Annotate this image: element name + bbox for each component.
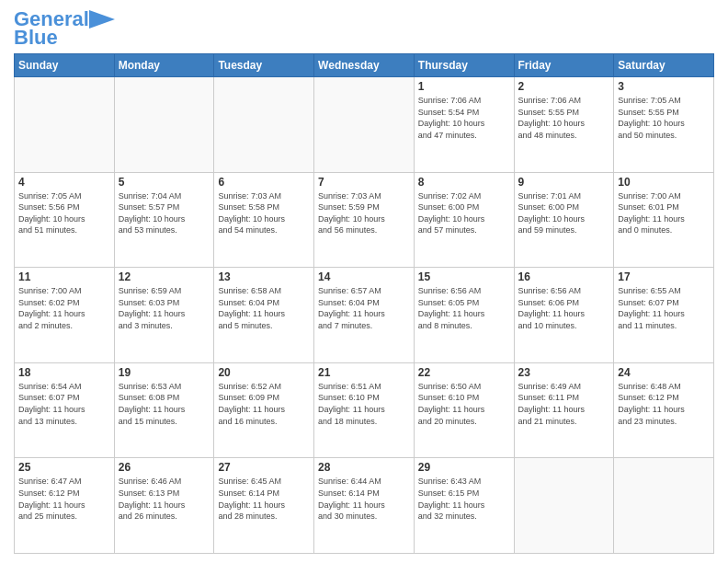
calendar-cell [114,77,214,173]
day-number: 25 [18,461,110,474]
day-number: 1 [418,80,510,93]
day-info: Sunrise: 7:06 AM Sunset: 5:55 PM Dayligh… [518,95,610,141]
calendar-cell: 19Sunrise: 6:53 AM Sunset: 6:08 PM Dayli… [114,362,214,458]
day-number: 5 [119,176,210,189]
calendar-week-row: 18Sunrise: 6:54 AM Sunset: 6:07 PM Dayli… [15,362,714,458]
calendar-cell: 25Sunrise: 6:47 AM Sunset: 6:12 PM Dayli… [15,458,115,554]
calendar-cell: 7Sunrise: 7:03 AM Sunset: 5:59 PM Daylig… [314,172,415,268]
svg-marker-0 [89,10,115,29]
calendar-cell: 6Sunrise: 7:03 AM Sunset: 5:58 PM Daylig… [214,172,314,268]
day-info: Sunrise: 6:46 AM Sunset: 6:13 PM Dayligh… [119,476,210,522]
day-info: Sunrise: 7:03 AM Sunset: 5:58 PM Dayligh… [218,190,310,236]
day-number: 16 [518,270,610,283]
day-info: Sunrise: 6:45 AM Sunset: 6:14 PM Dayligh… [218,476,310,522]
day-number: 10 [618,176,710,189]
day-number: 21 [318,366,410,379]
day-number: 2 [518,80,610,93]
calendar-week-row: 25Sunrise: 6:47 AM Sunset: 6:12 PM Dayli… [15,458,714,554]
day-info: Sunrise: 7:00 AM Sunset: 6:01 PM Dayligh… [618,190,710,236]
calendar-cell [514,458,614,554]
day-info: Sunrise: 7:05 AM Sunset: 5:55 PM Dayligh… [618,95,710,141]
day-number: 17 [618,270,710,283]
day-info: Sunrise: 6:52 AM Sunset: 6:09 PM Dayligh… [218,381,310,427]
calendar-cell: 8Sunrise: 7:02 AM Sunset: 6:00 PM Daylig… [414,172,514,268]
day-number: 11 [18,270,110,283]
calendar-cell: 13Sunrise: 6:58 AM Sunset: 6:04 PM Dayli… [214,268,314,363]
day-info: Sunrise: 6:56 AM Sunset: 6:05 PM Dayligh… [418,285,510,331]
col-header-thursday: Thursday [414,54,514,77]
day-info: Sunrise: 7:00 AM Sunset: 6:02 PM Dayligh… [18,285,110,331]
calendar-cell: 12Sunrise: 6:59 AM Sunset: 6:03 PM Dayli… [114,268,214,363]
day-info: Sunrise: 6:57 AM Sunset: 6:04 PM Dayligh… [318,285,410,331]
calendar-week-row: 4Sunrise: 7:05 AM Sunset: 5:56 PM Daylig… [15,172,714,268]
calendar-cell: 4Sunrise: 7:05 AM Sunset: 5:56 PM Daylig… [15,172,115,268]
day-number: 14 [318,270,410,283]
day-number: 18 [18,366,110,379]
calendar-cell: 18Sunrise: 6:54 AM Sunset: 6:07 PM Dayli… [15,362,115,458]
calendar-cell: 16Sunrise: 6:56 AM Sunset: 6:06 PM Dayli… [514,268,614,363]
day-info: Sunrise: 6:59 AM Sunset: 6:03 PM Dayligh… [119,285,210,331]
header: General Blue [14,9,714,48]
calendar-cell: 26Sunrise: 6:46 AM Sunset: 6:13 PM Dayli… [114,458,214,554]
col-header-wednesday: Wednesday [314,54,415,77]
col-header-tuesday: Tuesday [214,54,314,77]
day-number: 22 [418,366,510,379]
col-header-friday: Friday [514,54,614,77]
calendar-cell: 3Sunrise: 7:05 AM Sunset: 5:55 PM Daylig… [614,77,714,173]
day-info: Sunrise: 6:43 AM Sunset: 6:15 PM Dayligh… [418,476,510,522]
calendar-cell [314,77,415,173]
day-info: Sunrise: 7:01 AM Sunset: 6:00 PM Dayligh… [518,190,610,236]
day-number: 28 [318,461,410,474]
day-number: 27 [218,461,310,474]
calendar-cell [214,77,314,173]
day-info: Sunrise: 6:58 AM Sunset: 6:04 PM Dayligh… [218,285,310,331]
calendar-cell [614,458,714,554]
calendar-cell: 22Sunrise: 6:50 AM Sunset: 6:10 PM Dayli… [414,362,514,458]
day-info: Sunrise: 6:48 AM Sunset: 6:12 PM Dayligh… [618,381,710,427]
day-number: 19 [119,366,210,379]
day-info: Sunrise: 6:44 AM Sunset: 6:14 PM Dayligh… [318,476,410,522]
day-info: Sunrise: 7:06 AM Sunset: 5:54 PM Dayligh… [418,95,510,141]
logo-blue: Blue [14,28,58,48]
calendar-cell: 1Sunrise: 7:06 AM Sunset: 5:54 PM Daylig… [414,77,514,173]
day-number: 6 [218,176,310,189]
col-header-sunday: Sunday [15,54,115,77]
day-number: 8 [418,176,510,189]
day-info: Sunrise: 7:04 AM Sunset: 5:57 PM Dayligh… [119,190,210,236]
logo: General Blue [14,9,115,48]
calendar-header-row: SundayMondayTuesdayWednesdayThursdayFrid… [15,54,714,77]
calendar-cell: 9Sunrise: 7:01 AM Sunset: 6:00 PM Daylig… [514,172,614,268]
calendar-cell: 15Sunrise: 6:56 AM Sunset: 6:05 PM Dayli… [414,268,514,363]
calendar-cell: 23Sunrise: 6:49 AM Sunset: 6:11 PM Dayli… [514,362,614,458]
day-info: Sunrise: 6:50 AM Sunset: 6:10 PM Dayligh… [418,381,510,427]
day-number: 29 [418,461,510,474]
calendar-table: SundayMondayTuesdayWednesdayThursdayFrid… [14,53,714,554]
day-info: Sunrise: 6:56 AM Sunset: 6:06 PM Dayligh… [518,285,610,331]
calendar-cell: 29Sunrise: 6:43 AM Sunset: 6:15 PM Dayli… [414,458,514,554]
day-info: Sunrise: 6:55 AM Sunset: 6:07 PM Dayligh… [618,285,710,331]
calendar-cell: 2Sunrise: 7:06 AM Sunset: 5:55 PM Daylig… [514,77,614,173]
day-number: 13 [218,270,310,283]
day-number: 7 [318,176,410,189]
day-number: 9 [518,176,610,189]
calendar-cell: 5Sunrise: 7:04 AM Sunset: 5:57 PM Daylig… [114,172,214,268]
day-number: 24 [618,366,710,379]
calendar-cell: 20Sunrise: 6:52 AM Sunset: 6:09 PM Dayli… [214,362,314,458]
calendar-cell: 11Sunrise: 7:00 AM Sunset: 6:02 PM Dayli… [15,268,115,363]
day-info: Sunrise: 7:02 AM Sunset: 6:00 PM Dayligh… [418,190,510,236]
calendar-cell: 27Sunrise: 6:45 AM Sunset: 6:14 PM Dayli… [214,458,314,554]
day-number: 4 [18,176,110,189]
calendar-week-row: 1Sunrise: 7:06 AM Sunset: 5:54 PM Daylig… [15,77,714,173]
day-info: Sunrise: 6:49 AM Sunset: 6:11 PM Dayligh… [518,381,610,427]
day-number: 23 [518,366,610,379]
calendar-cell: 21Sunrise: 6:51 AM Sunset: 6:10 PM Dayli… [314,362,415,458]
calendar-cell: 28Sunrise: 6:44 AM Sunset: 6:14 PM Dayli… [314,458,415,554]
day-number: 15 [418,270,510,283]
day-number: 26 [119,461,210,474]
day-info: Sunrise: 6:53 AM Sunset: 6:08 PM Dayligh… [119,381,210,427]
calendar-cell: 24Sunrise: 6:48 AM Sunset: 6:12 PM Dayli… [614,362,714,458]
day-number: 20 [218,366,310,379]
day-info: Sunrise: 6:47 AM Sunset: 6:12 PM Dayligh… [18,476,110,522]
calendar-cell [15,77,115,173]
day-info: Sunrise: 7:03 AM Sunset: 5:59 PM Dayligh… [318,190,410,236]
